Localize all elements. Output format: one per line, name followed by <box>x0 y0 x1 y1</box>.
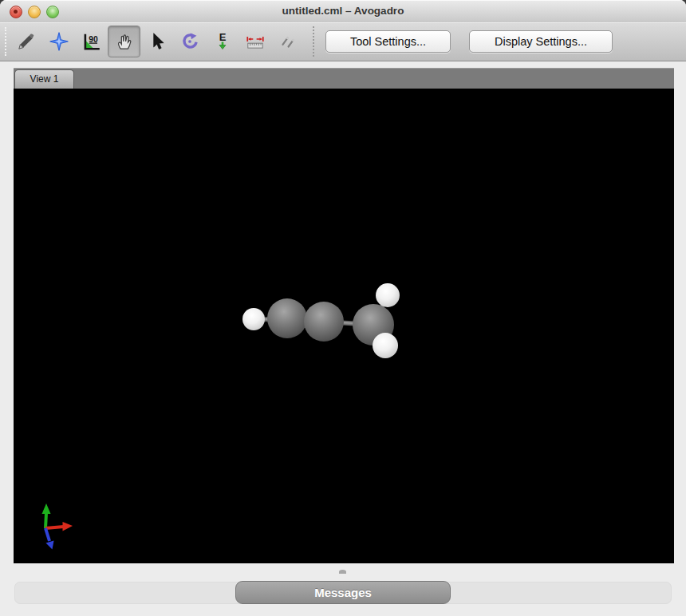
tab-view-1[interactable]: View 1 <box>14 69 74 89</box>
y-axis-arrow <box>45 513 46 528</box>
tool-settings-button[interactable]: Tool Settings... <box>325 30 451 53</box>
display-settings-button[interactable]: Display Settings... <box>469 30 613 53</box>
auto-rotate-tool-button[interactable] <box>173 26 206 57</box>
toolbar: 90 <box>0 22 686 61</box>
molecule <box>14 89 674 563</box>
title-bar[interactable]: untitled.cml – Avogadro <box>0 0 686 23</box>
axes-indicator <box>30 492 89 559</box>
y-axis-arrowhead <box>42 503 51 514</box>
rotate-icon <box>179 31 200 52</box>
z-axis-arrow <box>45 528 49 541</box>
atom-H[interactable] <box>242 308 265 330</box>
auto-optimize-tool-button[interactable]: E <box>206 26 239 57</box>
angle-90-label: 90 <box>89 35 98 44</box>
bond-centric-tool-button[interactable]: 90 <box>75 26 108 57</box>
optimize-e-label: E <box>219 31 226 43</box>
x-axis-arrow <box>45 527 64 528</box>
align-icon <box>278 31 298 52</box>
view-tab-bar: View 1 <box>14 68 674 89</box>
optimize-icon: E <box>212 31 233 52</box>
measure-icon <box>245 31 266 52</box>
atom-H[interactable] <box>376 283 400 307</box>
gl-viewport[interactable] <box>14 89 674 563</box>
measure-tool-button[interactable] <box>239 26 271 57</box>
x-axis-arrowhead <box>63 522 73 531</box>
align-tool-button[interactable] <box>271 26 304 57</box>
avogadro-window: untitled.cml – Avogadro <box>0 0 686 616</box>
atom-H[interactable] <box>373 333 398 358</box>
navigate-tool-button[interactable] <box>42 26 75 57</box>
navigate-star-icon <box>49 31 69 52</box>
select-tool-button[interactable] <box>140 26 173 57</box>
splitter-handle[interactable] <box>339 570 346 574</box>
atom-C[interactable] <box>304 302 344 342</box>
pencil-icon <box>16 31 37 52</box>
z-axis-arrowhead <box>46 541 54 550</box>
manipulate-tool-button[interactable] <box>108 26 140 57</box>
atom-C[interactable] <box>267 298 307 338</box>
window-title: untitled.cml – Avogadro <box>0 0 686 22</box>
angle-90-icon: 90 <box>81 31 102 52</box>
cursor-arrow-icon <box>147 31 168 52</box>
tool-buttons: 90 <box>10 26 304 57</box>
toolbar-separator <box>313 26 314 57</box>
draw-tool-button[interactable] <box>10 26 42 57</box>
messages-dock-button[interactable]: Messages <box>235 581 451 604</box>
hand-icon <box>114 31 135 52</box>
toolbar-drag-handle[interactable] <box>5 27 9 56</box>
